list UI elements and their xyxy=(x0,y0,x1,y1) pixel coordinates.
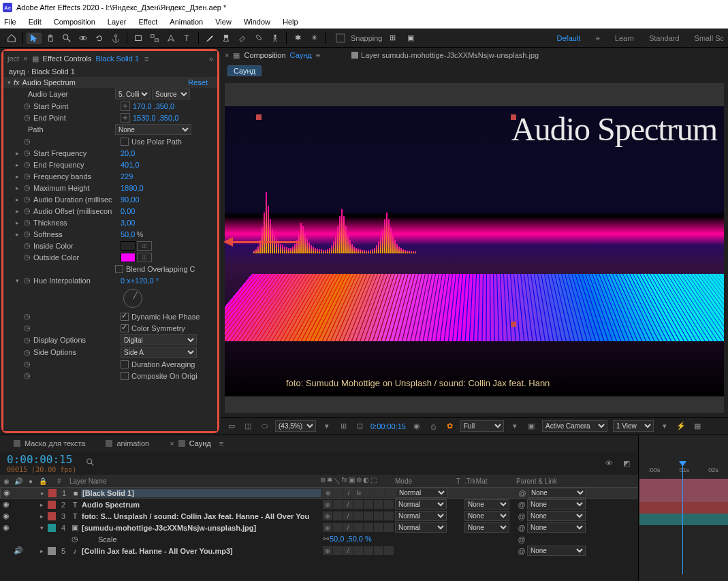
crosshair-icon[interactable]: ✛ xyxy=(121,113,130,123)
audio-layer-select[interactable]: 5. Collii xyxy=(115,89,151,99)
timeline-tab-sound[interactable]: ×Саунд≡ xyxy=(170,439,223,447)
stopwatch-icon[interactable]: ◷ xyxy=(24,336,31,345)
puppet-tool-icon[interactable] xyxy=(268,31,283,45)
timeline-layer-row[interactable]: ◉▸3Tfoto: S... Unsplash / sound: Collin … xyxy=(0,510,728,522)
parent-select[interactable]: None xyxy=(527,511,586,521)
twisty-icon[interactable]: ▸ xyxy=(16,231,21,238)
color-mgmt-icon[interactable]: ✿ xyxy=(444,421,455,432)
selection-tool-icon[interactable] xyxy=(27,33,42,44)
stopwatch-icon[interactable]: ◷ xyxy=(24,276,31,285)
twisty-icon[interactable]: ▸ xyxy=(16,150,21,157)
label-color[interactable] xyxy=(48,547,56,555)
video-toggle-icon[interactable]: ◉ xyxy=(0,523,12,532)
show-snap-icon[interactable]: ⎙ xyxy=(428,421,439,432)
col-switch-icon[interactable]: ⊕ xyxy=(320,476,326,486)
hand-tool-icon[interactable] xyxy=(43,31,58,45)
twisty-icon[interactable]: ▸ xyxy=(16,161,21,168)
col-lock-icon[interactable]: 🔒 xyxy=(37,477,49,485)
property-value[interactable]: 50,0 ,50,0 % xyxy=(330,535,372,544)
display-options-select[interactable]: Digital xyxy=(121,334,197,345)
col-audio-icon[interactable]: 🔊 xyxy=(12,477,25,485)
workspace-small[interactable]: Small Sc xyxy=(695,34,724,42)
prop-max-height-value[interactable]: 1890,0 xyxy=(121,184,144,192)
use-polar-checkbox[interactable] xyxy=(121,138,129,146)
resolution-icon[interactable]: ▾ xyxy=(321,421,332,432)
switch-icon[interactable]: / xyxy=(343,523,353,532)
timecode[interactable]: 0:00:00:15 xyxy=(7,453,76,466)
prop-thickness-value[interactable]: 3,00 xyxy=(121,219,135,227)
panel-expand-icon[interactable]: » xyxy=(209,54,213,63)
eyedropper-icon[interactable]: ✎⃝ xyxy=(137,253,152,262)
prop-freq-bands-value[interactable]: 229 xyxy=(121,172,133,180)
composition-preview[interactable]: Audio Spectrum foto: Sumudu Mohottige on… xyxy=(225,83,724,413)
clone-tool-icon[interactable] xyxy=(219,31,234,45)
anchor-tool-icon[interactable] xyxy=(108,31,123,45)
twisty-icon[interactable]: ▸ xyxy=(16,173,21,180)
outside-color-swatch[interactable] xyxy=(121,253,136,262)
twisty-icon[interactable]: ▾ xyxy=(7,79,11,86)
stopwatch-icon[interactable]: ◷ xyxy=(24,206,31,215)
dur-avg-checkbox[interactable] xyxy=(121,360,129,368)
snap-opts-icon[interactable]: ⊞ xyxy=(385,31,400,45)
exposure-icon[interactable]: ▾ xyxy=(509,421,520,432)
timeline-layer-row[interactable]: ◉▸1■[Black Solid 1]⊕/fxNormal@None xyxy=(0,487,728,499)
magnification-select[interactable]: (43,5%) xyxy=(275,420,316,432)
label-color[interactable] xyxy=(48,501,56,509)
prop-hue-value[interactable]: 0 x+120,0 ° xyxy=(121,277,159,285)
twisty-icon[interactable]: ▸ xyxy=(16,196,21,203)
layer-name[interactable]: Audio Spectrum xyxy=(80,501,320,509)
current-time[interactable]: 0:00:00:15 xyxy=(370,422,406,430)
trkmat-select[interactable]: None xyxy=(464,499,509,509)
workspace-learn[interactable]: Learn xyxy=(615,34,634,42)
switch-icon[interactable]: / xyxy=(344,488,353,497)
prop-start-freq-value[interactable]: 20,0 xyxy=(121,149,135,157)
menu-help[interactable]: Help xyxy=(281,16,300,27)
timeline-layer-row[interactable]: ◉▾4▣[sumudu-mohottige-J3cXXMsNsjw-unspla… xyxy=(0,522,728,533)
brush-tool-icon[interactable] xyxy=(202,31,217,45)
flowchart-chip[interactable]: Саунд xyxy=(227,65,262,76)
twisty-icon[interactable]: ▸ xyxy=(37,490,47,497)
comp-orig-checkbox[interactable] xyxy=(121,372,129,380)
timeline-layer-row[interactable]: ◉▸2TAudio Spectrum⊕/NormalNone@None xyxy=(0,499,728,510)
stopwatch-icon[interactable]: ◷ xyxy=(24,241,31,250)
twisty-icon[interactable]: ▾ xyxy=(37,524,46,531)
reset-link[interactable]: Reset xyxy=(188,78,208,87)
stopwatch-icon[interactable]: ◷ xyxy=(24,183,31,192)
close-tab-icon[interactable]: × xyxy=(225,51,229,59)
pickwhip-icon[interactable]: @ xyxy=(516,512,527,520)
color-sym-checkbox[interactable] xyxy=(121,324,129,332)
pickwhip-icon[interactable]: @ xyxy=(516,535,527,544)
layer-bar[interactable] xyxy=(639,490,728,502)
layer-bar[interactable] xyxy=(639,479,728,490)
rotate-tool-icon[interactable] xyxy=(92,31,107,45)
parent-select[interactable]: None xyxy=(527,522,586,533)
stopwatch-icon[interactable]: ◷ xyxy=(24,113,31,122)
audio-layer-mode-select[interactable]: Source xyxy=(152,89,190,99)
panel-menu-icon[interactable]: ≡ xyxy=(316,51,320,59)
crosshair-icon[interactable]: ✛ xyxy=(121,101,130,111)
blend-checkbox[interactable] xyxy=(115,265,123,273)
twisty-icon[interactable]: ▸ xyxy=(16,185,21,191)
view-layout-select[interactable]: 1 View xyxy=(613,420,654,432)
stopwatch-icon[interactable]: ◷ xyxy=(24,101,31,110)
fast-preview-icon[interactable]: ⚡ xyxy=(676,421,686,432)
menu-window[interactable]: Window xyxy=(242,16,272,27)
switch-icon[interactable]: / xyxy=(343,512,353,520)
close-tab-icon[interactable]: × xyxy=(23,54,27,63)
axis-icon-2[interactable]: ✳ xyxy=(306,31,321,45)
col-solo-icon[interactable]: ● xyxy=(25,477,37,485)
layer-handle[interactable] xyxy=(511,114,516,120)
mask-icon[interactable]: ⬭ xyxy=(259,421,270,432)
angle-dial[interactable] xyxy=(123,289,142,308)
layer-name[interactable]: [Black Solid 1] xyxy=(81,489,321,497)
trkmat-select[interactable]: None xyxy=(464,511,509,521)
audio-toggle-icon[interactable]: 🔊 xyxy=(12,546,25,555)
ellipse-tool-icon[interactable] xyxy=(147,31,162,45)
pickwhip-icon[interactable]: @ xyxy=(517,489,528,497)
timeline-property-row[interactable]: ◷Scale⚯ 50,0 ,50,0 %@ xyxy=(0,533,728,545)
alpha-icon[interactable]: ▭ xyxy=(226,421,237,432)
stopwatch-icon[interactable]: ◷ xyxy=(24,195,31,204)
composition-tab-name[interactable]: Саунд xyxy=(290,51,312,59)
pickwhip-icon[interactable]: @ xyxy=(516,547,527,555)
snapshot-icon[interactable]: ◉ xyxy=(411,421,422,432)
